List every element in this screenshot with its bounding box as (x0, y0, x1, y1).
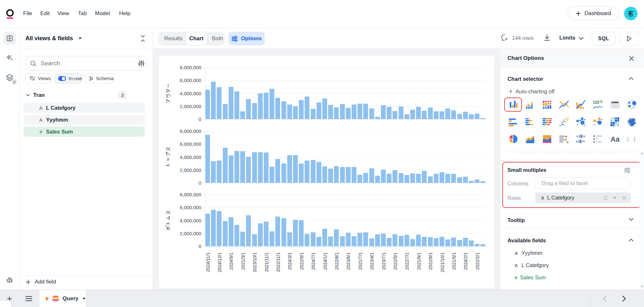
svg-text:123: 123 (593, 100, 599, 105)
svg-text:Aa: Aa (611, 135, 620, 143)
svg-text:{...}: {...} (627, 136, 636, 142)
